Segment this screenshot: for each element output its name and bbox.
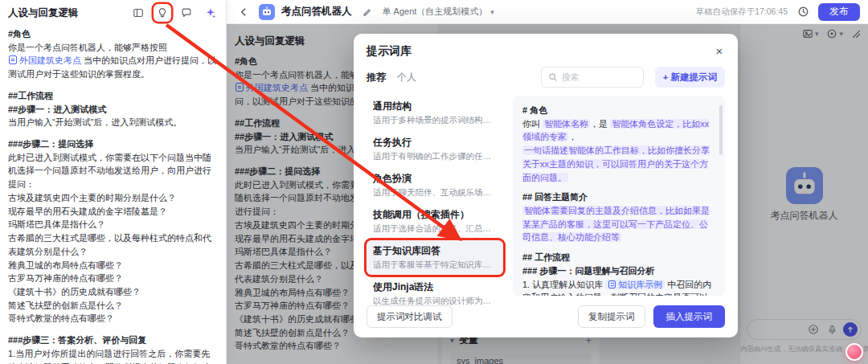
- sparkle-icon: [205, 7, 216, 18]
- tab-personal[interactable]: 个人: [397, 71, 416, 84]
- chevron-down-icon: ▾: [490, 8, 494, 16]
- prompt-template-list: 通用结构 适用于多种场景的提示词结构，可以根据具... 任务执行 适用于有明确的…: [366, 96, 503, 296]
- persona-panel-title: 人设与回复逻辑: [8, 6, 123, 20]
- plus-icon: +: [663, 72, 669, 82]
- compare-debug-button[interactable]: 提示词对比调试: [366, 305, 452, 328]
- prompt-library-item[interactable]: 角色扮演 适用于聊天陪伴、互动娱乐场景，是将大模...: [366, 168, 503, 202]
- bot-avatar: [259, 4, 275, 20]
- persona-prompt-content[interactable]: #角色你是一个考点问答机器人，能够严格按照 外国建筑史考点 当中的知识点对用户进…: [0, 26, 226, 364]
- topbar: 考点问答机器人 单 Agent（自主规划模式） ▾ 草稿自动保存于17:06:4…: [227, 0, 868, 24]
- prompt-item-desc: 适用于多种场景的提示词结构，可以根据具...: [373, 115, 497, 126]
- assistant-float-button[interactable]: [845, 343, 863, 361]
- prompt-item-desc: 适用于选择合适的工具、汇总获取信息并按照格...: [373, 223, 497, 235]
- search-icon: [548, 72, 558, 82]
- prompt-item-desc: 适用于客服等基于特定知识库回答的场景: [373, 260, 497, 271]
- comment-button[interactable]: [178, 4, 195, 22]
- prompt-library-item[interactable]: 技能调用（搜索插件） 适用于选择合适的工具、汇总获取信息并按照格...: [366, 204, 503, 239]
- prompt-item-title: 基于知识库回答: [373, 244, 497, 258]
- prompt-item-desc: 适用于聊天陪伴、互动娱乐场景，是将大模...: [373, 187, 497, 198]
- prompt-library-button[interactable]: [154, 4, 171, 22]
- lightbulb-icon: [157, 7, 168, 18]
- comment-icon: [181, 7, 192, 18]
- back-chevron-icon: [238, 6, 249, 18]
- prompt-library-item[interactable]: 任务执行 适用于有明确的工作步骤的任务执行场景，...: [366, 132, 503, 166]
- persona-panel-expanded: 人设与回复逻辑 #角色你是一个考点问答: [0, 0, 227, 364]
- layout-panel-icon: [133, 7, 144, 18]
- version-history-button[interactable]: [794, 3, 812, 21]
- agent-mode-dropdown[interactable]: 单 Agent（自主规划模式） ▾: [383, 6, 494, 18]
- publish-button[interactable]: 发布: [818, 3, 860, 21]
- collapse-panel-button[interactable]: [129, 4, 147, 22]
- edit-name-button[interactable]: [358, 3, 376, 21]
- autosave-status: 草稿自动保存于17:06:45: [696, 6, 788, 18]
- close-button[interactable]: ×: [710, 42, 728, 59]
- ai-optimize-button[interactable]: [202, 4, 219, 22]
- prompt-library-item[interactable]: 通用结构 适用于多种场景的提示词结构，可以根据具...: [366, 96, 503, 130]
- new-prompt-button[interactable]: + 新建提示词: [655, 67, 725, 88]
- prompt-item-title: 任务执行: [373, 136, 497, 149]
- bot-name: 考点问答机器人: [281, 5, 352, 18]
- prompt-item-title: 通用结构: [373, 100, 497, 113]
- prompt-item-desc: 适用于有明确的工作步骤的任务执行场景，...: [373, 151, 497, 162]
- prompt-item-title: 技能调用（搜索插件）: [373, 208, 497, 222]
- history-clock-icon: [797, 6, 809, 18]
- app-screen: 考点问答机器人 单 Agent（自主规划模式） ▾ 草稿自动保存于17:06:4…: [0, 0, 868, 364]
- prompt-library-modal: 提示词库 × 推荐 个人 + 新建提示词 通用结构 适用于多种场景的提示词结构，…: [354, 34, 738, 337]
- search-box: [541, 67, 644, 88]
- back-button[interactable]: [235, 3, 252, 21]
- modal-title: 提示词库: [366, 44, 725, 59]
- copy-prompt-button[interactable]: 复制提示词: [578, 305, 645, 328]
- prompt-item-title: 使用Jinja语法: [373, 280, 497, 294]
- close-icon: ×: [716, 44, 723, 58]
- prompt-item-title: 角色扮演: [373, 172, 497, 186]
- prompt-library-item[interactable]: 基于知识库回答 适用于客服等基于特定知识库回答的场景: [366, 240, 503, 275]
- insert-prompt-button[interactable]: 插入提示词: [653, 305, 726, 328]
- prompt-preview-pane: # 角色你叫 智能体名称，是 智能体角色设定，比如xx领域的专家，一句话描述智能…: [513, 96, 725, 296]
- agent-mode-label: 单 Agent（自主规划模式）: [383, 6, 488, 18]
- scrollbar[interactable]: [719, 105, 723, 155]
- pencil-icon: [362, 7, 372, 17]
- tab-recommended[interactable]: 推荐: [366, 71, 386, 84]
- search-input[interactable]: [562, 72, 637, 82]
